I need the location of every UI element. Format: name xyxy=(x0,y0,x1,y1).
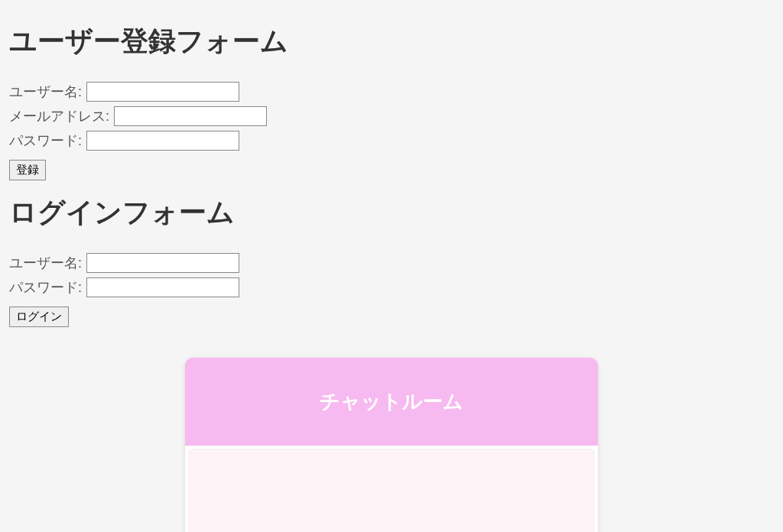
login-form: ユーザー名: パスワード: ログイン xyxy=(9,253,774,327)
login-username-label: ユーザー名: xyxy=(9,254,82,272)
register-button[interactable]: 登録 xyxy=(9,160,46,180)
registration-password-label: パスワード: xyxy=(9,131,82,150)
chat-room-header: チャットルーム xyxy=(185,358,598,446)
registration-form: ユーザー名: メールアドレス: パスワード: 登録 xyxy=(9,82,774,180)
registration-email-input[interactable] xyxy=(114,106,267,126)
chat-room-body xyxy=(188,449,595,532)
chat-room: チャットルーム xyxy=(185,358,598,532)
login-password-input[interactable] xyxy=(86,277,239,297)
login-username-input[interactable] xyxy=(86,253,239,273)
registration-username-label: ユーザー名: xyxy=(9,83,82,101)
registration-password-input[interactable] xyxy=(86,131,239,151)
login-button[interactable]: ログイン xyxy=(9,307,69,327)
registration-heading: ユーザー登録フォーム xyxy=(9,23,774,60)
login-heading: ログインフォーム xyxy=(9,194,774,232)
registration-username-input[interactable] xyxy=(86,82,239,102)
registration-email-label: メールアドレス: xyxy=(9,107,109,125)
login-password-label: パスワード: xyxy=(9,278,82,297)
